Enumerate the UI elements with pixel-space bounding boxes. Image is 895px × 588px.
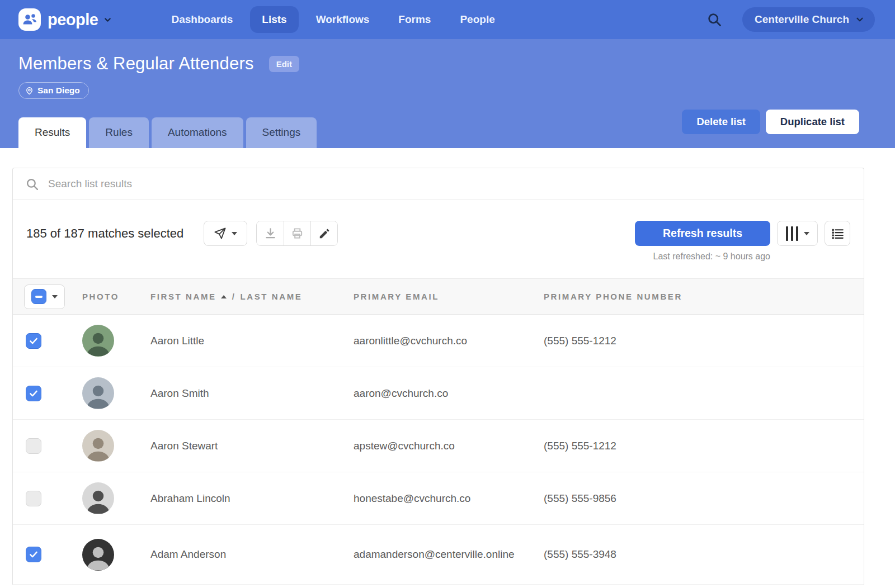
download-icon: [264, 227, 277, 240]
brand-name: people: [48, 11, 98, 29]
edit-button[interactable]: Edit: [269, 56, 299, 72]
people-logo-icon: [18, 8, 41, 31]
last-refreshed-text: Last refreshed: ~ 9 hours ago: [653, 252, 770, 262]
sort-asc-icon: [221, 295, 227, 298]
title-row: Members & Regular Attenders Edit: [18, 54, 895, 74]
person-phone: (555) 555-9856: [544, 492, 864, 505]
row-checkbox[interactable]: [26, 491, 41, 506]
main-content: 185 of 187 matches selected: [0, 148, 895, 585]
table-row[interactable]: Aaron Smith aaron@cvchurch.co: [13, 367, 864, 420]
person-name[interactable]: Adam Anderson: [150, 548, 354, 561]
chevron-down-icon: [804, 232, 809, 235]
org-switcher[interactable]: Centerville Church: [742, 7, 875, 32]
send-button[interactable]: [204, 221, 247, 246]
product-switcher[interactable]: people: [18, 8, 112, 31]
list-tabs: Results Rules Automations Settings: [18, 117, 317, 148]
avatar[interactable]: [82, 539, 114, 571]
chevron-down-icon: [855, 15, 865, 25]
tab-settings[interactable]: Settings: [246, 117, 317, 148]
nav-item-workflows[interactable]: Workflows: [304, 6, 381, 33]
results-card: 185 of 187 matches selected: [12, 168, 864, 585]
row-checkbox[interactable]: [26, 386, 41, 401]
delete-list-button[interactable]: Delete list: [682, 110, 760, 134]
person-silhouette-icon: [82, 380, 114, 409]
tab-rules[interactable]: Rules: [89, 117, 149, 148]
person-name[interactable]: Aaron Little: [150, 335, 354, 347]
table-row[interactable]: Adam Anderson adamanderson@centerville.o…: [13, 525, 864, 585]
person-name[interactable]: Aaron Stewart: [150, 440, 354, 452]
org-name: Centerville Church: [755, 13, 849, 26]
person-email: apstew@cvchurch.co: [354, 440, 544, 452]
checkbox-check-icon: [29, 336, 39, 346]
avatar[interactable]: [82, 430, 114, 462]
campus-pill[interactable]: San Diego: [18, 82, 89, 99]
checkbox-check-icon: [29, 388, 39, 399]
top-nav: people Dashboards Lists Workflows Forms …: [0, 0, 895, 39]
person-silhouette-icon: [82, 327, 114, 357]
indeterminate-icon: [35, 296, 43, 298]
bulk-actions-group: [256, 221, 338, 246]
columns-button[interactable]: [777, 221, 818, 246]
row-checkbox[interactable]: [26, 438, 41, 454]
page-title: Members & Regular Attenders: [18, 54, 254, 74]
table-row[interactable]: Aaron Stewart apstew@cvchurch.co (555) 5…: [13, 420, 864, 472]
select-all-cell: [13, 284, 82, 309]
tab-results[interactable]: Results: [18, 117, 86, 148]
person-phone: (555) 555-3948: [544, 548, 864, 561]
search-input[interactable]: [48, 178, 851, 190]
column-header-name[interactable]: FIRST NAME / LAST NAME: [150, 292, 354, 301]
column-header-last-name: LAST NAME: [240, 292, 302, 301]
pencil-icon: [318, 227, 331, 240]
nav-item-lists[interactable]: Lists: [250, 6, 298, 33]
person-silhouette-icon: [82, 541, 114, 571]
edit-selected-button[interactable]: [310, 221, 337, 245]
chevron-down-icon: [52, 295, 58, 298]
search-icon: [25, 177, 39, 191]
table-row[interactable]: Abraham Lincoln honestabe@cvchurch.co (5…: [13, 472, 864, 525]
toolbar-right: Refresh results Last refreshed: ~ 9 hour…: [635, 221, 850, 262]
person-email: adamanderson@centerville.online: [354, 548, 544, 561]
select-all-checkbox: [31, 289, 46, 304]
column-header-photo[interactable]: PHOTO: [82, 292, 150, 301]
refresh-results-button[interactable]: Refresh results: [635, 221, 770, 246]
nav-item-forms[interactable]: Forms: [387, 6, 442, 33]
person-email: honestabe@cvchurch.co: [354, 492, 544, 505]
columns-icon: [786, 226, 798, 241]
person-email: aaronlittle@cvchurch.co: [354, 335, 544, 347]
refresh-column: Refresh results Last refreshed: ~ 9 hour…: [635, 221, 770, 262]
row-checkbox[interactable]: [26, 547, 41, 562]
chevron-down-icon: [232, 232, 237, 235]
selection-summary: 185 of 187 matches selected: [26, 226, 183, 241]
print-button[interactable]: [284, 221, 310, 245]
column-header-phone[interactable]: PRIMARY PHONE NUMBER: [544, 292, 864, 301]
duplicate-list-button[interactable]: Duplicate list: [766, 110, 859, 134]
page-header: Members & Regular Attenders Edit San Die…: [0, 39, 895, 148]
tab-automations[interactable]: Automations: [152, 117, 243, 148]
column-header-email[interactable]: PRIMARY EMAIL: [354, 292, 544, 301]
download-button[interactable]: [257, 221, 284, 245]
avatar[interactable]: [82, 325, 114, 357]
nav-item-people[interactable]: People: [448, 6, 506, 33]
table-header: PHOTO FIRST NAME / LAST NAME PRIMARY EMA…: [13, 278, 864, 315]
list-view-button[interactable]: [825, 221, 850, 246]
nav-right: Centerville Church: [706, 7, 875, 32]
select-all-button[interactable]: [24, 284, 65, 309]
list-view-icon: [831, 226, 845, 240]
search-icon[interactable]: [706, 12, 722, 27]
toolbar-left: 185 of 187 matches selected: [26, 221, 338, 246]
name-separator: /: [232, 292, 236, 301]
chevron-down-icon: [103, 15, 112, 25]
person-name[interactable]: Abraham Lincoln: [150, 492, 354, 505]
avatar[interactable]: [82, 482, 114, 514]
column-header-first-name: FIRST NAME: [150, 292, 216, 301]
results-toolbar: 185 of 187 matches selected: [13, 200, 864, 278]
table-row[interactable]: Aaron Little aaronlittle@cvchurch.co (55…: [13, 315, 864, 367]
nav-item-dashboards[interactable]: Dashboards: [159, 6, 244, 33]
person-phone: (555) 555-1212: [544, 440, 864, 452]
person-name[interactable]: Aaron Smith: [150, 387, 354, 400]
app-root: people Dashboards Lists Workflows Forms …: [0, 0, 895, 585]
person-phone: (555) 555-1212: [544, 335, 864, 347]
print-icon: [291, 227, 304, 240]
avatar[interactable]: [82, 377, 114, 409]
row-checkbox[interactable]: [26, 333, 41, 349]
